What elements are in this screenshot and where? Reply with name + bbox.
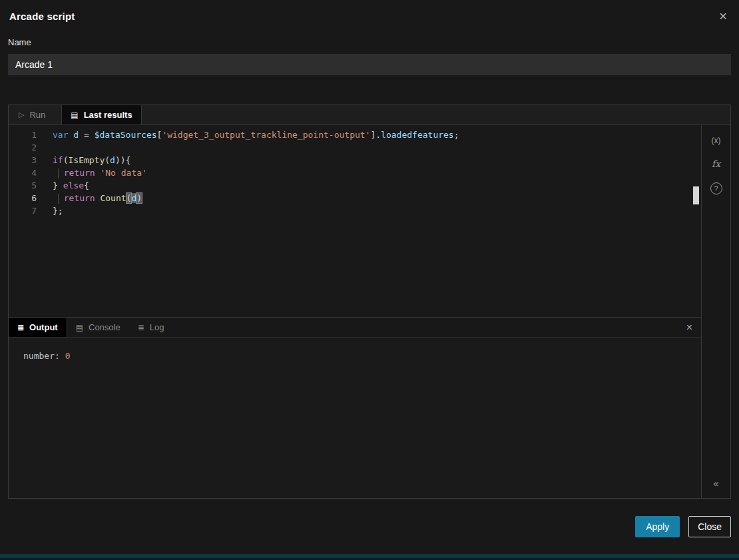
code-token: return (64, 168, 95, 178)
code-token: var (53, 130, 68, 140)
code-token: } (53, 180, 63, 190)
last-results-icon: ▤ (71, 111, 78, 120)
output-result-type: number: (23, 351, 60, 361)
code-line-content: return 'No data' (37, 166, 147, 179)
code-line[interactable]: 6 return Count(d) (9, 192, 701, 204)
editor-toolbar: ▷ Run ▤ Last results (9, 105, 730, 125)
code-token (53, 193, 58, 203)
editor-scrollbar[interactable] (692, 125, 701, 317)
globals-icon[interactable]: (x) (712, 136, 721, 145)
code-line[interactable]: 1var d = $dataSources['widget_3_output_t… (9, 129, 701, 141)
page-title: Arcade script (9, 11, 75, 22)
code-token: return (64, 193, 95, 203)
code-token (59, 193, 64, 203)
tab-output[interactable]: ≣ Output (9, 318, 67, 337)
code-line-content: }; (37, 204, 63, 217)
code-token: = (79, 130, 94, 140)
close-icon[interactable]: × (716, 8, 730, 24)
close-button[interactable]: Close (688, 516, 731, 537)
code-editor[interactable]: 1var d = $dataSources['widget_3_output_t… (9, 125, 701, 317)
code-line-content: return Count(d) (37, 192, 142, 204)
output-icon: ≣ (17, 323, 24, 332)
editor-side-toolbar: (x) fx ? « (701, 125, 730, 498)
log-icon: ≣ (138, 323, 144, 332)
code-line[interactable]: 3if(IsEmpty(d)){ (9, 154, 701, 166)
code-token: else (63, 180, 84, 190)
run-label: Run (29, 110, 45, 120)
line-number: 5 (9, 179, 37, 192)
code-token: ; (454, 130, 459, 140)
code-token: }; (53, 206, 63, 216)
tab-last-results[interactable]: ▤ Last results (61, 105, 141, 125)
line-number: 7 (9, 204, 37, 217)
last-results-label: Last results (84, 110, 132, 120)
output-panel: ≣ Output ▤ Console ≣ Log × number: 0 (9, 317, 701, 498)
tab-output-label: Output (29, 322, 58, 332)
code-token: d (73, 130, 79, 140)
code-line[interactable]: 2 (9, 141, 701, 154)
script-editor-shell: ▷ Run ▤ Last results 1var d = $dataSourc… (8, 105, 731, 499)
line-number: 4 (9, 166, 37, 179)
run-button[interactable]: ▷ Run (9, 105, 56, 125)
tab-log[interactable]: ≣ Log (129, 318, 173, 337)
bottom-accent-strip (0, 554, 739, 558)
code-token: if (53, 155, 63, 165)
code-lines: 1var d = $dataSources['widget_3_output_t… (9, 129, 701, 217)
editor-main-column: 1var d = $dataSources['widget_3_output_t… (9, 125, 701, 498)
code-token: ( (105, 155, 110, 165)
tab-console-label: Console (89, 322, 121, 332)
code-token: { (84, 180, 89, 190)
code-line[interactable]: 4 return 'No data' (9, 166, 701, 179)
code-token: loadedfeatures (381, 130, 454, 140)
code-token: $dataSources (95, 130, 157, 140)
code-token: d (110, 155, 115, 165)
code-token: )){ (115, 155, 130, 165)
code-line[interactable]: 5} else{ (9, 179, 701, 192)
name-section: Name (0, 32, 739, 75)
code-line-content: var d = $dataSources['widget_3_output_tr… (37, 129, 459, 141)
code-token (59, 168, 64, 178)
collapse-panel-icon[interactable]: « (713, 477, 718, 489)
code-token: ) (136, 193, 142, 203)
help-icon[interactable]: ? (710, 182, 722, 194)
output-close-icon[interactable]: × (686, 322, 692, 333)
line-number: 2 (9, 141, 37, 154)
line-number: 1 (9, 129, 37, 141)
code-line[interactable]: 7}; (9, 204, 701, 217)
code-line-content (37, 141, 53, 154)
code-token: IsEmpty (68, 155, 105, 165)
code-line-content: if(IsEmpty(d)){ (37, 154, 130, 166)
output-result-value: 0 (65, 351, 71, 361)
code-token (53, 168, 58, 178)
tab-console[interactable]: ▤ Console (67, 318, 129, 337)
name-label: Name (8, 37, 731, 47)
code-token: ]. (370, 130, 381, 140)
tab-log-label: Log (150, 322, 164, 332)
editor-body: 1var d = $dataSources['widget_3_output_t… (9, 125, 730, 498)
scrollbar-thumb[interactable] (693, 186, 699, 204)
line-number: 6 (9, 192, 37, 204)
console-icon: ▤ (76, 323, 83, 332)
run-icon: ▷ (19, 111, 24, 119)
code-line-content: } else{ (37, 179, 89, 192)
code-token: 'widget_3_output_trackline_point-output' (162, 130, 370, 140)
apply-button[interactable]: Apply (635, 516, 680, 537)
output-panel-header: ≣ Output ▤ Console ≣ Log × (9, 318, 701, 338)
line-number: 3 (9, 154, 37, 166)
functions-icon[interactable]: fx (712, 158, 720, 169)
name-input[interactable] (8, 54, 731, 75)
code-token: 'No data' (100, 168, 146, 178)
output-result-area: number: 0 (9, 338, 701, 498)
dialog-header: Arcade script × (0, 0, 739, 32)
code-token: Count (100, 193, 126, 203)
dialog-footer: Apply Close (0, 499, 739, 554)
